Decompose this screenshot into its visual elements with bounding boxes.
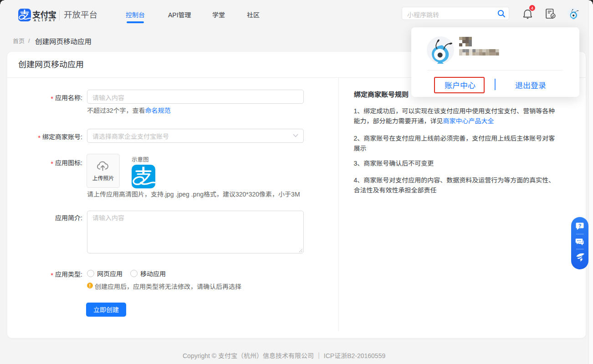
svg-text:?: ? (578, 223, 582, 228)
